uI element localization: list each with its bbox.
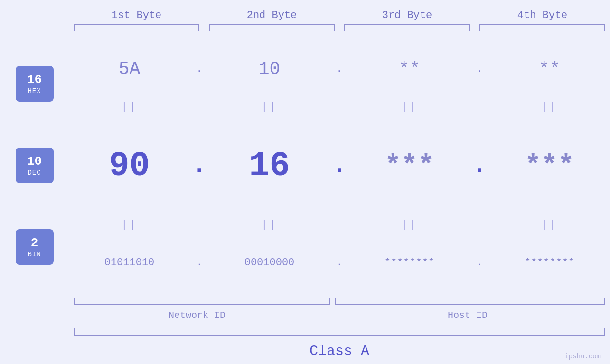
main-container: 1st Byte 2nd Byte 3rd Byte 4th Byte 16 H… bbox=[0, 0, 610, 364]
dec-dot-1: . bbox=[190, 152, 209, 180]
host-id-label: Host ID bbox=[325, 310, 610, 327]
bin-b3: ******** bbox=[349, 257, 470, 269]
bin-badge: 2 BIN bbox=[16, 229, 54, 265]
dec-number: 10 bbox=[27, 154, 42, 169]
labels-column: 16 HEX 10 DEC 2 BIN bbox=[0, 33, 69, 298]
equals-row-1: || || || || bbox=[69, 100, 610, 114]
top-brackets bbox=[0, 24, 610, 33]
dec-b1: 90 bbox=[69, 147, 190, 186]
eq1-b2: || bbox=[209, 101, 330, 113]
eq1-b4: || bbox=[489, 101, 610, 113]
byte1-label: 1st Byte bbox=[69, 9, 204, 21]
bin-number: 2 bbox=[31, 236, 38, 251]
dec-row: 90 . 16 . *** . *** bbox=[69, 114, 610, 218]
hex-dot-3: . bbox=[470, 62, 489, 76]
dec-b3: *** bbox=[349, 150, 470, 181]
class-bracket-row bbox=[0, 328, 610, 338]
id-labels-row: Network ID Host ID bbox=[0, 310, 610, 327]
eq2-b2: || bbox=[209, 219, 330, 231]
dec-dot-2: . bbox=[330, 152, 349, 180]
class-bracket bbox=[74, 328, 605, 336]
hex-badge: 16 HEX bbox=[16, 66, 54, 102]
bracket-top-b4 bbox=[479, 24, 605, 31]
dec-label: DEC bbox=[28, 169, 41, 177]
eq2-b1: || bbox=[69, 219, 190, 231]
bin-dot-1: . bbox=[190, 257, 209, 269]
hex-b2: 10 bbox=[209, 59, 330, 79]
eq2-b3: || bbox=[349, 219, 470, 231]
hex-row: 5A . 10 . ** . ** bbox=[69, 38, 610, 100]
hex-dot-2: . bbox=[330, 62, 349, 76]
data-grid: 5A . 10 . ** . ** bbox=[69, 33, 610, 298]
bin-b4: ******** bbox=[489, 257, 610, 269]
byte2-label: 2nd Byte bbox=[204, 9, 339, 21]
eq2-b4: || bbox=[489, 219, 610, 231]
dec-dot-3: . bbox=[470, 152, 489, 180]
hex-b1: 5A bbox=[69, 59, 190, 79]
byte4-label: 4th Byte bbox=[475, 9, 610, 21]
hex-label: HEX bbox=[28, 87, 41, 95]
host-id-bracket bbox=[335, 298, 605, 305]
bin-b2: 00010000 bbox=[209, 257, 330, 269]
bin-dot-3: . bbox=[470, 257, 489, 269]
dec-badge: 10 DEC bbox=[16, 148, 54, 183]
hex-b4: ** bbox=[489, 59, 610, 79]
bottom-brackets-row bbox=[0, 298, 610, 307]
dec-b2: 16 bbox=[209, 147, 330, 186]
network-id-bracket bbox=[74, 298, 330, 305]
bin-row: 01011010 . 00010000 . ******** . bbox=[69, 232, 610, 294]
class-label-row: Class A ipshu.com bbox=[0, 338, 610, 364]
hex-dot-1: . bbox=[190, 62, 209, 76]
bracket-top-b3 bbox=[344, 24, 470, 31]
bin-dot-2: . bbox=[330, 257, 349, 269]
bin-label: BIN bbox=[28, 251, 41, 258]
content-area: 16 HEX 10 DEC 2 BIN 5A . bbox=[0, 33, 610, 298]
hex-b3: ** bbox=[349, 59, 470, 79]
network-id-label: Network ID bbox=[69, 310, 325, 327]
watermark: ipshu.com bbox=[564, 353, 601, 360]
dec-b4: *** bbox=[489, 150, 610, 181]
bracket-top-b2 bbox=[209, 24, 335, 31]
eq1-b3: || bbox=[349, 101, 470, 113]
bracket-top-b1 bbox=[74, 24, 199, 31]
eq1-b1: || bbox=[69, 101, 190, 113]
hex-number: 16 bbox=[27, 73, 42, 87]
byte3-label: 3rd Byte bbox=[339, 9, 475, 21]
bin-b1: 01011010 bbox=[69, 257, 190, 269]
equals-row-2: || || || || bbox=[69, 217, 610, 232]
byte-labels-row: 1st Byte 2nd Byte 3rd Byte 4th Byte bbox=[0, 9, 610, 21]
class-a-label: Class A bbox=[69, 343, 610, 359]
